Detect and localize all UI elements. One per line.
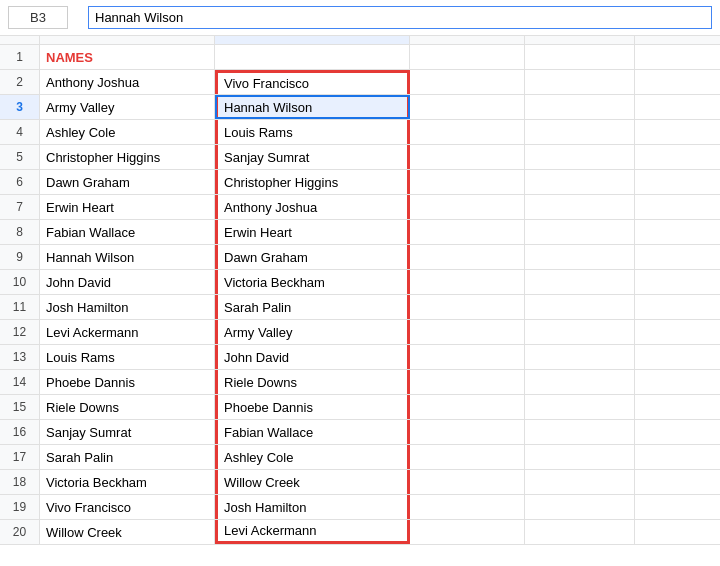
cell-d13[interactable]	[525, 345, 635, 369]
cell-a8[interactable]: Fabian Wallace	[40, 220, 215, 244]
cell-a17[interactable]: Sarah Palin	[40, 445, 215, 469]
cell-a2[interactable]: Anthony Joshua	[40, 70, 215, 94]
cell-e16[interactable]	[635, 420, 720, 444]
cell-d19[interactable]	[525, 495, 635, 519]
cell-c14[interactable]	[410, 370, 525, 394]
cell-b17[interactable]: Ashley Cole	[215, 445, 410, 469]
cell-c6[interactable]	[410, 170, 525, 194]
cell-e2[interactable]	[635, 70, 720, 94]
cell-b10[interactable]: Victoria Beckham	[215, 270, 410, 294]
cell-c19[interactable]	[410, 495, 525, 519]
cell-c9[interactable]	[410, 245, 525, 269]
col-header-e[interactable]	[635, 36, 720, 44]
cell-d6[interactable]	[525, 170, 635, 194]
cell-b9[interactable]: Dawn Graham	[215, 245, 410, 269]
cell-e10[interactable]	[635, 270, 720, 294]
cell-b19[interactable]: Josh Hamilton	[215, 495, 410, 519]
cell-a9[interactable]: Hannah Wilson	[40, 245, 215, 269]
cell-a4[interactable]: Ashley Cole	[40, 120, 215, 144]
cell-a15[interactable]: Riele Downs	[40, 395, 215, 419]
cell-e20[interactable]	[635, 520, 720, 544]
cell-c10[interactable]	[410, 270, 525, 294]
cell-e19[interactable]	[635, 495, 720, 519]
cell-b15[interactable]: Phoebe Dannis	[215, 395, 410, 419]
col-header-c[interactable]	[410, 36, 525, 44]
cell-a13[interactable]: Louis Rams	[40, 345, 215, 369]
cell-a7[interactable]: Erwin Heart	[40, 195, 215, 219]
cell-b2[interactable]: Vivo Francisco	[215, 70, 410, 94]
cell-d5[interactable]	[525, 145, 635, 169]
cell-b4[interactable]: Louis Rams	[215, 120, 410, 144]
cell-c2[interactable]	[410, 70, 525, 94]
cell-c13[interactable]	[410, 345, 525, 369]
col-header-b[interactable]	[215, 36, 410, 44]
cell-c11[interactable]	[410, 295, 525, 319]
cell-reference-box[interactable]	[8, 6, 68, 29]
cell-a5[interactable]: Christopher Higgins	[40, 145, 215, 169]
cell-d11[interactable]	[525, 295, 635, 319]
cell-e5[interactable]	[635, 145, 720, 169]
cell-d2[interactable]	[525, 70, 635, 94]
cell-c20[interactable]	[410, 520, 525, 544]
cell-c1[interactable]	[410, 45, 525, 69]
cell-d7[interactable]	[525, 195, 635, 219]
cell-e13[interactable]	[635, 345, 720, 369]
cell-d20[interactable]	[525, 520, 635, 544]
cell-a3[interactable]: Army Valley	[40, 95, 215, 119]
cell-e18[interactable]	[635, 470, 720, 494]
cell-b14[interactable]: Riele Downs	[215, 370, 410, 394]
cell-e7[interactable]	[635, 195, 720, 219]
cell-d8[interactable]	[525, 220, 635, 244]
cell-c17[interactable]	[410, 445, 525, 469]
cell-e4[interactable]	[635, 120, 720, 144]
cell-c3[interactable]	[410, 95, 525, 119]
cell-a19[interactable]: Vivo Francisco	[40, 495, 215, 519]
cell-e6[interactable]	[635, 170, 720, 194]
cell-d10[interactable]	[525, 270, 635, 294]
cell-d1[interactable]	[525, 45, 635, 69]
cell-e12[interactable]	[635, 320, 720, 344]
cell-a16[interactable]: Sanjay Sumrat	[40, 420, 215, 444]
cell-a20[interactable]: Willow Creek	[40, 520, 215, 544]
cell-e15[interactable]	[635, 395, 720, 419]
cell-d14[interactable]	[525, 370, 635, 394]
cell-c8[interactable]	[410, 220, 525, 244]
cell-e3[interactable]	[635, 95, 720, 119]
cell-a6[interactable]: Dawn Graham	[40, 170, 215, 194]
cell-b13[interactable]: John David	[215, 345, 410, 369]
cell-a18[interactable]: Victoria Beckham	[40, 470, 215, 494]
cell-d18[interactable]	[525, 470, 635, 494]
cell-a11[interactable]: Josh Hamilton	[40, 295, 215, 319]
cell-b1[interactable]	[215, 45, 410, 69]
cell-b18[interactable]: Willow Creek	[215, 470, 410, 494]
cell-e17[interactable]	[635, 445, 720, 469]
cell-e11[interactable]	[635, 295, 720, 319]
cell-a14[interactable]: Phoebe Dannis	[40, 370, 215, 394]
cell-b16[interactable]: Fabian Wallace	[215, 420, 410, 444]
cell-b8[interactable]: Erwin Heart	[215, 220, 410, 244]
cell-b6[interactable]: Christopher Higgins	[215, 170, 410, 194]
cell-b7[interactable]: Anthony Joshua	[215, 195, 410, 219]
cell-d15[interactable]	[525, 395, 635, 419]
cell-a10[interactable]: John David	[40, 270, 215, 294]
cell-c18[interactable]	[410, 470, 525, 494]
cell-d9[interactable]	[525, 245, 635, 269]
cell-e14[interactable]	[635, 370, 720, 394]
cell-c5[interactable]	[410, 145, 525, 169]
cell-e1[interactable]	[635, 45, 720, 69]
cell-c7[interactable]	[410, 195, 525, 219]
cell-c15[interactable]	[410, 395, 525, 419]
cell-b12[interactable]: Army Valley	[215, 320, 410, 344]
cell-e8[interactable]	[635, 220, 720, 244]
cell-d12[interactable]	[525, 320, 635, 344]
cell-c12[interactable]	[410, 320, 525, 344]
cell-c16[interactable]	[410, 420, 525, 444]
cell-b3[interactable]: Hannah Wilson	[215, 95, 410, 119]
cell-d17[interactable]	[525, 445, 635, 469]
cell-e9[interactable]	[635, 245, 720, 269]
col-header-a[interactable]	[40, 36, 215, 44]
cell-d3[interactable]	[525, 95, 635, 119]
cell-d4[interactable]	[525, 120, 635, 144]
formula-input[interactable]	[88, 6, 712, 29]
col-header-d[interactable]	[525, 36, 635, 44]
